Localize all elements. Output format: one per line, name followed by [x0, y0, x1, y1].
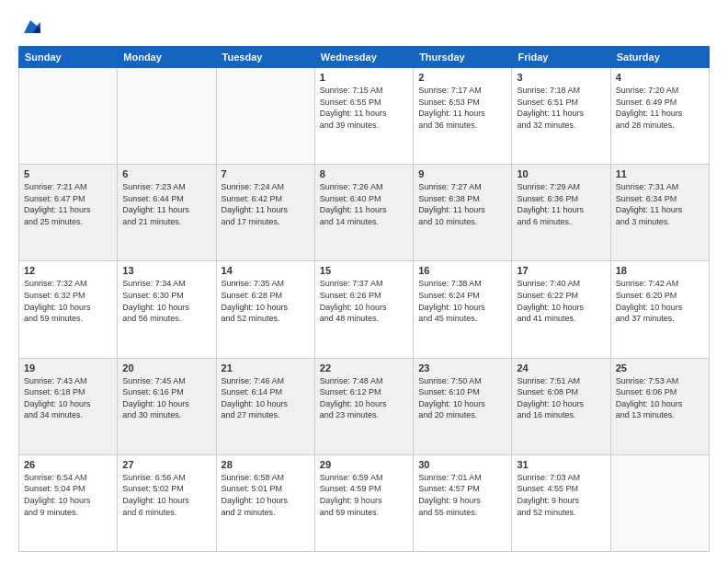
day-number: 1 — [320, 72, 408, 83]
day-number: 14 — [222, 265, 310, 276]
day-number: 21 — [222, 362, 310, 373]
cell-content: Sunrise: 7:37 AM Sunset: 6:26 PM Dayligh… — [320, 278, 408, 324]
day-number: 8 — [320, 168, 408, 179]
calendar-cell: 1Sunrise: 7:15 AM Sunset: 6:55 PM Daylig… — [314, 68, 413, 165]
day-number: 10 — [517, 168, 605, 179]
cell-content: Sunrise: 7:24 AM Sunset: 6:42 PM Dayligh… — [222, 181, 310, 227]
day-header: Tuesday — [216, 47, 314, 68]
calendar-cell: 27Sunrise: 6:56 AM Sunset: 5:02 PM Dayli… — [118, 454, 216, 551]
day-number: 22 — [320, 362, 408, 373]
calendar-cell: 24Sunrise: 7:51 AM Sunset: 6:08 PM Dayli… — [512, 358, 610, 454]
day-number: 19 — [24, 362, 112, 373]
cell-content: Sunrise: 7:53 AM Sunset: 6:06 PM Dayligh… — [616, 375, 704, 421]
calendar-cell: 14Sunrise: 7:35 AM Sunset: 6:28 PM Dayli… — [216, 261, 314, 358]
day-number: 6 — [122, 168, 210, 179]
calendar-cell — [118, 68, 216, 165]
cell-content: Sunrise: 7:50 AM Sunset: 6:10 PM Dayligh… — [418, 375, 506, 421]
cell-content: Sunrise: 7:38 AM Sunset: 6:24 PM Dayligh… — [418, 278, 506, 324]
cell-content: Sunrise: 6:58 AM Sunset: 5:01 PM Dayligh… — [222, 472, 310, 518]
day-number: 2 — [418, 72, 506, 83]
cell-content: Sunrise: 7:42 AM Sunset: 6:20 PM Dayligh… — [616, 278, 704, 324]
calendar-cell: 10Sunrise: 7:29 AM Sunset: 6:36 PM Dayli… — [512, 165, 610, 261]
calendar-cell: 20Sunrise: 7:45 AM Sunset: 6:16 PM Dayli… — [118, 358, 216, 454]
day-header: Wednesday — [314, 47, 413, 68]
cell-content: Sunrise: 7:46 AM Sunset: 6:14 PM Dayligh… — [222, 375, 310, 421]
calendar-cell: 7Sunrise: 7:24 AM Sunset: 6:42 PM Daylig… — [216, 165, 314, 261]
calendar-cell: 2Sunrise: 7:17 AM Sunset: 6:53 PM Daylig… — [414, 68, 512, 165]
cell-content: Sunrise: 7:17 AM Sunset: 6:53 PM Dayligh… — [418, 85, 506, 131]
calendar-cell: 29Sunrise: 6:59 AM Sunset: 4:59 PM Dayli… — [314, 454, 413, 551]
calendar-cell: 21Sunrise: 7:46 AM Sunset: 6:14 PM Dayli… — [216, 358, 314, 454]
cell-content: Sunrise: 7:35 AM Sunset: 6:28 PM Dayligh… — [222, 278, 310, 324]
calendar-cell: 9Sunrise: 7:27 AM Sunset: 6:38 PM Daylig… — [414, 165, 512, 261]
calendar-cell: 22Sunrise: 7:48 AM Sunset: 6:12 PM Dayli… — [314, 358, 413, 454]
cell-content: Sunrise: 7:18 AM Sunset: 6:51 PM Dayligh… — [517, 85, 605, 131]
calendar-week-row: 26Sunrise: 6:54 AM Sunset: 5:04 PM Dayli… — [19, 454, 710, 551]
calendar-cell — [216, 68, 314, 165]
page: SundayMondayTuesdayWednesdayThursdayFrid… — [0, 0, 728, 563]
calendar-week-row: 19Sunrise: 7:43 AM Sunset: 6:18 PM Dayli… — [19, 358, 710, 454]
day-number: 11 — [616, 168, 704, 179]
day-header: Thursday — [414, 47, 512, 68]
calendar-cell: 5Sunrise: 7:21 AM Sunset: 6:47 PM Daylig… — [19, 165, 118, 261]
day-number: 5 — [24, 168, 112, 179]
day-number: 26 — [24, 459, 112, 470]
logo — [18, 17, 40, 37]
calendar-cell: 18Sunrise: 7:42 AM Sunset: 6:20 PM Dayli… — [610, 261, 709, 358]
day-number: 9 — [418, 168, 506, 179]
day-number: 27 — [122, 459, 210, 470]
cell-content: Sunrise: 7:40 AM Sunset: 6:22 PM Dayligh… — [517, 278, 605, 324]
calendar-cell: 28Sunrise: 6:58 AM Sunset: 5:01 PM Dayli… — [216, 454, 314, 551]
cell-content: Sunrise: 7:27 AM Sunset: 6:38 PM Dayligh… — [418, 181, 506, 227]
cell-content: Sunrise: 7:15 AM Sunset: 6:55 PM Dayligh… — [320, 85, 408, 131]
day-number: 15 — [320, 265, 408, 276]
calendar-cell: 3Sunrise: 7:18 AM Sunset: 6:51 PM Daylig… — [512, 68, 610, 165]
logo-icon — [20, 17, 40, 37]
cell-content: Sunrise: 7:31 AM Sunset: 6:34 PM Dayligh… — [616, 181, 704, 227]
day-number: 3 — [517, 72, 605, 83]
calendar-cell: 25Sunrise: 7:53 AM Sunset: 6:06 PM Dayli… — [610, 358, 709, 454]
day-number: 4 — [616, 72, 704, 83]
calendar-cell — [19, 68, 118, 165]
calendar-cell: 19Sunrise: 7:43 AM Sunset: 6:18 PM Dayli… — [19, 358, 118, 454]
cell-content: Sunrise: 7:01 AM Sunset: 4:57 PM Dayligh… — [418, 472, 506, 518]
calendar-cell — [610, 454, 709, 551]
calendar-cell: 23Sunrise: 7:50 AM Sunset: 6:10 PM Dayli… — [414, 358, 512, 454]
calendar-cell: 31Sunrise: 7:03 AM Sunset: 4:55 PM Dayli… — [512, 454, 610, 551]
day-header: Friday — [512, 47, 610, 68]
day-number: 28 — [222, 459, 310, 470]
cell-content: Sunrise: 7:26 AM Sunset: 6:40 PM Dayligh… — [320, 181, 408, 227]
calendar-cell: 6Sunrise: 7:23 AM Sunset: 6:44 PM Daylig… — [118, 165, 216, 261]
calendar-cell: 12Sunrise: 7:32 AM Sunset: 6:32 PM Dayli… — [19, 261, 118, 358]
cell-content: Sunrise: 6:59 AM Sunset: 4:59 PM Dayligh… — [320, 472, 408, 518]
calendar-week-row: 12Sunrise: 7:32 AM Sunset: 6:32 PM Dayli… — [19, 261, 710, 358]
calendar-cell: 26Sunrise: 6:54 AM Sunset: 5:04 PM Dayli… — [19, 454, 118, 551]
calendar-cell: 17Sunrise: 7:40 AM Sunset: 6:22 PM Dayli… — [512, 261, 610, 358]
cell-content: Sunrise: 6:56 AM Sunset: 5:02 PM Dayligh… — [122, 472, 210, 518]
cell-content: Sunrise: 7:48 AM Sunset: 6:12 PM Dayligh… — [320, 375, 408, 421]
calendar-week-row: 5Sunrise: 7:21 AM Sunset: 6:47 PM Daylig… — [19, 165, 710, 261]
day-number: 25 — [616, 362, 704, 373]
day-header: Sunday — [19, 47, 118, 68]
day-number: 31 — [517, 459, 605, 470]
day-number: 24 — [517, 362, 605, 373]
calendar-cell: 8Sunrise: 7:26 AM Sunset: 6:40 PM Daylig… — [314, 165, 413, 261]
day-number: 12 — [24, 265, 112, 276]
day-number: 30 — [418, 459, 506, 470]
cell-content: Sunrise: 7:43 AM Sunset: 6:18 PM Dayligh… — [24, 375, 112, 421]
cell-content: Sunrise: 7:03 AM Sunset: 4:55 PM Dayligh… — [517, 472, 605, 518]
calendar-cell: 16Sunrise: 7:38 AM Sunset: 6:24 PM Dayli… — [414, 261, 512, 358]
calendar-table: SundayMondayTuesdayWednesdayThursdayFrid… — [18, 46, 710, 552]
day-number: 7 — [222, 168, 310, 179]
calendar-week-row: 1Sunrise: 7:15 AM Sunset: 6:55 PM Daylig… — [19, 68, 710, 165]
header — [18, 17, 710, 37]
day-number: 13 — [122, 265, 210, 276]
cell-content: Sunrise: 7:32 AM Sunset: 6:32 PM Dayligh… — [24, 278, 112, 324]
calendar-cell: 4Sunrise: 7:20 AM Sunset: 6:49 PM Daylig… — [610, 68, 709, 165]
cell-content: Sunrise: 7:51 AM Sunset: 6:08 PM Dayligh… — [517, 375, 605, 421]
cell-content: Sunrise: 7:45 AM Sunset: 6:16 PM Dayligh… — [122, 375, 210, 421]
cell-content: Sunrise: 6:54 AM Sunset: 5:04 PM Dayligh… — [24, 472, 112, 518]
day-number: 23 — [418, 362, 506, 373]
calendar-cell: 11Sunrise: 7:31 AM Sunset: 6:34 PM Dayli… — [610, 165, 709, 261]
calendar-cell: 13Sunrise: 7:34 AM Sunset: 6:30 PM Dayli… — [118, 261, 216, 358]
